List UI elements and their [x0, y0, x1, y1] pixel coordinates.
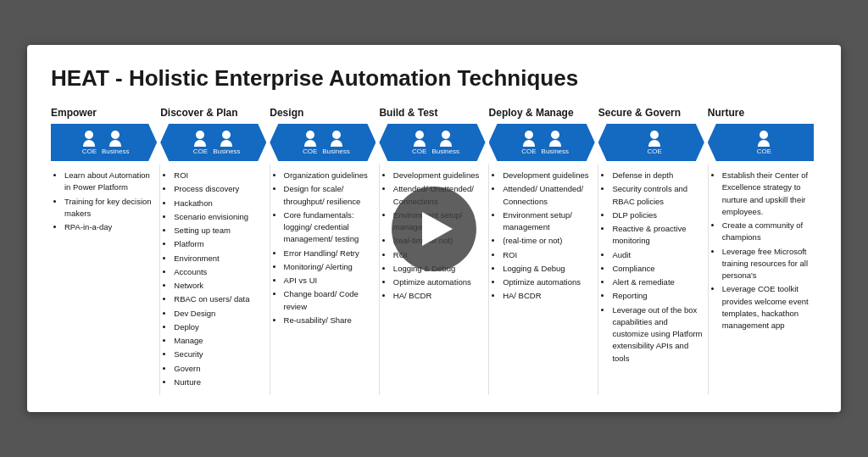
list-item: Compliance — [612, 263, 702, 275]
person-icon-design — [304, 131, 316, 147]
content-col-empower: Learn about Automation in Power Platform… — [51, 164, 160, 395]
role-label-secure-govern: COE — [648, 148, 662, 155]
list-item: Reactive & proactive monitoring — [612, 223, 702, 248]
phase-wrapper-nurture: NurtureCOE — [708, 107, 817, 161]
list-item: Setting up team — [174, 225, 264, 237]
role-label-build-test: Business — [431, 148, 459, 155]
list-item: Hackathon — [174, 198, 264, 209]
banner-person-coe-secure-govern: COE — [648, 131, 662, 155]
person-icon-deploy-manage — [549, 131, 561, 147]
phase-label-design: Design — [270, 107, 379, 119]
phase-label-build-test: Build & Test — [379, 107, 488, 119]
phases-row: EmpowerCOEBusinessDiscover & PlanCOEBusi… — [51, 107, 817, 161]
banner-person-business-design: Business — [322, 131, 349, 155]
list-item: Learn about Automation in Power Platform — [64, 170, 154, 194]
list-item: Audit — [612, 249, 702, 261]
person-icon-discover-plan — [194, 131, 206, 147]
banner-person-business-empower: Business — [102, 131, 129, 155]
person-icon-empower — [109, 131, 121, 147]
role-label-discover-plan: COE — [193, 148, 208, 155]
bullet-list-secure-govern: Defense in depthSecurity controls and RB… — [602, 170, 702, 365]
arrow-banner-build-test: COEBusiness — [379, 124, 485, 161]
list-item: Leverage free Microsoft training resourc… — [722, 246, 812, 282]
content-col-secure-govern: Defense in depthSecurity controls and RB… — [598, 164, 708, 395]
list-item: Optimize automations — [393, 276, 483, 288]
list-item: HA/ BCDR — [503, 290, 593, 302]
list-item: (real-time or not) — [503, 235, 593, 247]
list-item: Logging & Debug — [503, 263, 593, 275]
list-item: Govern — [174, 363, 264, 375]
phase-wrapper-design: DesignCOEBusiness — [270, 107, 379, 161]
list-item: HA/ BCDR — [393, 290, 483, 302]
list-item: Development guidelines — [393, 170, 483, 181]
person-icon-nurture — [758, 131, 770, 147]
role-label-deploy-manage: COE — [521, 148, 536, 155]
bullet-list-design: Organization guidelinesDesign for scale/… — [274, 170, 374, 326]
arrow-banner-discover-plan: COEBusiness — [160, 124, 266, 161]
arrow-banner-empower: COEBusiness — [51, 124, 157, 161]
phase-wrapper-build-test: Build & TestCOEBusiness — [379, 107, 488, 161]
list-item: Security controls and RBAC policies — [612, 183, 702, 208]
content-col-nurture: Establish their Center of Excellence str… — [709, 164, 817, 395]
play-button[interactable] — [392, 187, 476, 271]
list-item: Reporting — [612, 290, 702, 302]
list-item: Nurture — [174, 376, 264, 388]
play-triangle-icon — [422, 212, 453, 246]
person-icon-deploy-manage — [523, 131, 535, 147]
person-icon-build-test — [440, 131, 452, 147]
list-item: Development guidelines — [503, 170, 593, 181]
list-item: Manage — [174, 335, 264, 347]
list-item: Core fundamentals: logging/ credential m… — [284, 209, 374, 246]
list-item: DLP policies — [612, 209, 702, 221]
arrow-banner-secure-govern: COE — [598, 124, 704, 161]
role-label-empower: COE — [82, 148, 97, 155]
role-label-build-test: COE — [412, 148, 426, 155]
list-item: Organization guidelines — [284, 170, 374, 181]
bullet-list-nurture: Establish their Center of Excellence str… — [712, 170, 812, 332]
bullet-list-deploy-manage: Development guidelinesAttended/ Unattend… — [492, 170, 593, 303]
person-icon-design — [331, 131, 342, 147]
banner-person-business-discover-plan: Business — [213, 131, 240, 155]
list-item: Environment setup/ management — [503, 209, 593, 234]
phase-label-discover-plan: Discover & Plan — [160, 107, 270, 119]
banner-person-coe-build-test: COE — [412, 131, 426, 155]
person-icon-empower — [83, 131, 95, 147]
list-item: Leverage COE toolkit provides welcome ev… — [722, 283, 812, 332]
phase-label-secure-govern: Secure & Govern — [598, 107, 708, 119]
list-item: Design for scale/ throughput/ resilience — [284, 183, 374, 208]
arrow-banner-deploy-manage: COEBusiness — [489, 124, 595, 161]
list-item: Change board/ Code review — [284, 288, 374, 313]
phase-wrapper-deploy-manage: Deploy & ManageCOEBusiness — [489, 107, 598, 161]
list-item: Deploy — [174, 321, 264, 333]
role-label-design: COE — [303, 148, 317, 155]
banner-person-coe-discover-plan: COE — [193, 131, 208, 155]
list-item: Training for key decision makers — [64, 196, 154, 220]
phase-label-empower: Empower — [51, 107, 160, 119]
role-label-design: Business — [322, 148, 349, 155]
banner-person-business-deploy-manage: Business — [542, 131, 569, 155]
list-item: ROI — [503, 249, 593, 261]
list-item: Platform — [174, 238, 264, 250]
list-item: ROI — [174, 170, 264, 181]
banner-person-coe-nurture: COE — [757, 131, 771, 155]
list-item: Leverage out of the box capabilities and… — [612, 304, 702, 365]
slide-container: HEAT - Holistic Enterprise Automation Te… — [27, 45, 841, 412]
banner-person-coe-empower: COE — [82, 131, 97, 155]
role-label-empower: Business — [102, 148, 129, 155]
list-item: Monitoring/ Alerting — [284, 261, 374, 273]
list-item: Alert & remediate — [612, 276, 702, 288]
role-label-discover-plan: Business — [213, 148, 240, 155]
phase-wrapper-secure-govern: Secure & GovernCOE — [598, 107, 708, 161]
content-col-design: Organization guidelinesDesign for scale/… — [270, 164, 380, 395]
list-item: Create a community of champions — [722, 220, 812, 244]
phase-label-deploy-manage: Deploy & Manage — [489, 107, 598, 119]
person-icon-discover-plan — [220, 131, 232, 147]
list-item: Environment — [174, 253, 264, 265]
list-item: Defense in depth — [612, 170, 702, 181]
banner-person-coe-design: COE — [303, 131, 317, 155]
slide-title: HEAT - Holistic Enterprise Automation Te… — [51, 65, 817, 92]
content-col-discover-plan: ROIProcess discoveryHackathonScenario en… — [160, 164, 270, 395]
list-item: API vs UI — [284, 275, 374, 287]
arrow-banner-design: COEBusiness — [270, 124, 376, 161]
phase-wrapper-empower: EmpowerCOEBusiness — [51, 107, 160, 161]
